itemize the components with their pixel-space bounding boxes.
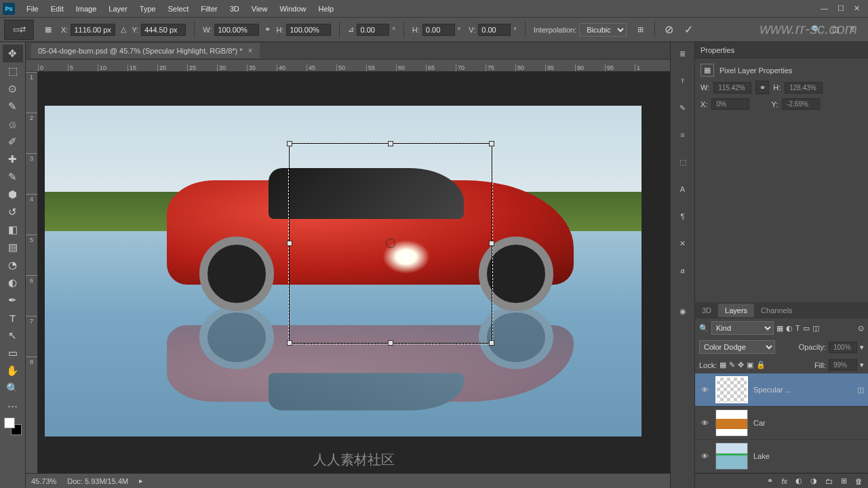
chevron-right-icon[interactable]: ▸ [139,476,143,485]
layer-thumbnail[interactable] [715,376,748,403]
warp-icon[interactable]: ⊞ [632,25,649,34]
fill-input[interactable] [829,359,857,371]
h-input[interactable] [286,24,331,36]
filter-toggle[interactable]: ⊙ [858,324,864,333]
lock-all-icon[interactable]: 🔒 [756,361,766,369]
eraser-tool[interactable]: ◧ [3,221,23,239]
chevron-down-icon[interactable]: ▾ [860,361,864,369]
group-icon[interactable]: 🗀 [825,477,833,485]
layer-row[interactable]: 👁 Car [695,407,868,440]
blur-tool[interactable]: ◔ [3,256,23,274]
menu-layer[interactable]: Layer [102,5,134,13]
prop-h-input[interactable] [785,82,823,94]
menu-help[interactable]: Help [313,5,340,13]
lock-pixels-icon[interactable]: ✎ [729,361,735,369]
delete-layer-icon[interactable]: 🗑 [855,477,863,485]
filter-smart-icon[interactable]: ◫ [812,324,819,333]
filter-icon[interactable]: 🔍 [699,324,709,333]
close-tab-icon[interactable]: × [248,46,253,56]
move-tool[interactable]: ✥ [3,45,23,62]
brush-tool[interactable]: ✎ [3,168,23,186]
search-icon[interactable]: 🔍 [812,25,821,34]
lock-transparency-icon[interactable]: ▦ [719,361,726,369]
healing-tool[interactable]: ✚ [3,150,23,168]
frame-icon[interactable]: ◫ [832,25,839,34]
handle-bottom-center[interactable] [388,340,393,346]
menu-image[interactable]: Image [70,5,103,13]
tools-panel-icon[interactable]: ✕ [674,235,692,252]
prop-x-input[interactable] [711,98,749,110]
link-layers-icon[interactable]: ⚭ [767,476,773,485]
chevron-down-icon[interactable]: ▾ [860,343,864,352]
filter-shape-icon[interactable]: ▭ [803,324,810,333]
vertical-ruler[interactable]: 12345678 [26,72,38,473]
document-tab[interactable]: 05-04-doge-burn.psd @ 45.7% (Specular Hi… [31,43,260,58]
menu-3d[interactable]: 3D [224,5,245,13]
status-doc[interactable]: Doc: 5.93M/15.4M [67,477,128,485]
filter-kind-select[interactable]: Kind [711,321,774,335]
properties-panel-tab[interactable]: Properties [695,42,868,58]
foreground-color[interactable] [4,418,15,428]
handle-bottom-right[interactable] [489,340,494,346]
anchor-icon[interactable]: ▦ [41,25,56,34]
brushes-panel-icon[interactable]: ✎ [674,99,692,117]
character-panel-icon[interactable]: A [674,180,692,198]
blend-mode-select[interactable]: Color Dodge [699,340,775,354]
hand-tool[interactable]: ✋ [3,362,23,380]
close-icon[interactable]: ✕ [854,4,860,13]
path-tool[interactable]: ↖ [3,327,23,344]
tab-channels[interactable]: Channels [754,304,799,317]
tool-preset-icon[interactable]: ▭⇄ [4,20,34,40]
quick-select-tool[interactable]: ✎ [3,98,23,115]
angle-input[interactable] [357,24,389,36]
color-swatches[interactable] [4,418,22,435]
stamp-tool[interactable]: ⬢ [3,186,23,203]
eyedropper-tool[interactable]: ✐ [3,133,23,150]
y-input[interactable] [141,24,186,36]
commit-transform-icon[interactable]: ✓ [680,23,697,36]
lock-position-icon[interactable]: ✥ [738,361,744,369]
horizontal-ruler[interactable]: 051015202530354045505560657075808590951 [26,60,670,72]
crop-tool[interactable]: ⟃ [3,115,23,133]
layer-thumbnail[interactable] [715,443,748,470]
maximize-icon[interactable]: ☐ [837,4,844,13]
layer-thumbnail[interactable] [715,409,748,436]
link-icon[interactable]: ⚭ [264,25,271,34]
filter-adjust-icon[interactable]: ◐ [786,324,793,333]
history-panel-icon[interactable]: ≣ [674,45,692,62]
tab-3d[interactable]: 3D [695,304,718,317]
interp-select[interactable]: Bicubic [579,23,627,37]
transform-bounding-box[interactable] [289,143,492,344]
skewv-input[interactable] [478,24,511,36]
layer-row[interactable]: 👁 Lake [695,440,868,473]
menu-view[interactable]: View [245,5,274,13]
adjustments-panel-icon[interactable]: ⫯ [674,72,692,89]
x-input[interactable] [71,24,115,36]
filter-pixel-icon[interactable]: ▦ [776,324,783,333]
handle-mid-right[interactable] [489,241,494,246]
pen-tool[interactable]: ✒ [3,291,23,309]
transform-center[interactable] [386,239,395,248]
menu-window[interactable]: Window [273,5,312,13]
tab-layers[interactable]: Layers [718,304,754,317]
w-input[interactable] [214,24,259,36]
menu-select[interactable]: Select [162,5,195,13]
handle-top-center[interactable] [388,141,393,146]
edit-toolbar-icon[interactable]: ⋯ [3,397,23,415]
lock-artboard-icon[interactable]: ▣ [747,361,753,369]
history-brush-tool[interactable]: ↺ [3,203,23,221]
delta-icon[interactable]: △ [121,25,126,34]
layer-name[interactable]: Lake [753,452,770,460]
layer-name[interactable]: Specular ... [753,386,791,394]
glyphs-panel-icon[interactable]: a [674,262,692,279]
marquee-tool[interactable]: ⬚ [3,62,23,80]
cc-panel-icon[interactable]: ◉ [674,302,692,320]
layer-style-icon[interactable]: fx [781,477,787,485]
libraries-panel-icon[interactable]: ⬚ [674,153,692,171]
styles-panel-icon[interactable]: ≡ [674,126,692,144]
prop-w-input[interactable] [713,82,751,94]
zoom-tool[interactable]: 🔍 [3,380,23,397]
type-tool[interactable]: T [3,309,23,327]
paragraph-panel-icon[interactable]: ¶ [674,207,692,225]
lasso-tool[interactable]: ⊙ [3,80,23,98]
